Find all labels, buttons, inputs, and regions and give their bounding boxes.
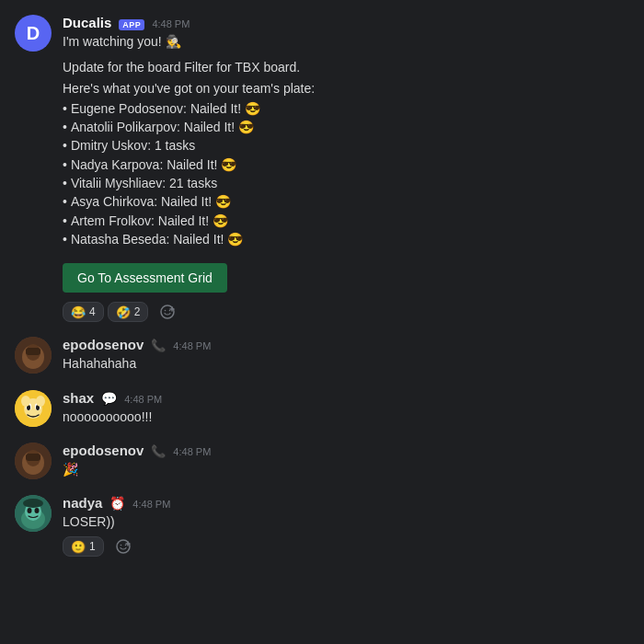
reaction-count-rofl: 2 (134, 305, 141, 318)
reaction-laugh[interactable]: 😂 4 (63, 302, 104, 322)
reactions-nadya: 🙂 1 (63, 536, 629, 557)
avatar-face-icon-1 (15, 337, 52, 374)
avatar-face-icon-2 (15, 443, 52, 479)
epodosenov1-text: Hahahahaha (63, 354, 629, 373)
username-ducalis: Ducalis (63, 15, 111, 30)
svg-rect-10 (26, 348, 40, 355)
reaction-rofl[interactable]: 🤣 2 (108, 302, 149, 322)
epodosenov2-text: 🎉 (63, 460, 629, 478)
timestamp-shax: 4:48 PM (124, 394, 162, 405)
reaction-emoji-rofl: 🤣 (116, 305, 131, 319)
button-wrapper: Go To Assessment Grid (63, 256, 629, 296)
bullet-item-1: •Eugene Podosenov: Nailed It! 😎 (63, 99, 629, 118)
message-header-nadya: nadya ⏰ 4:48 PM (63, 495, 629, 511)
add-reaction-button-nadya[interactable] (108, 536, 139, 557)
svg-point-19 (36, 396, 45, 407)
timestamp-epodosenov2: 4:48 PM (173, 446, 211, 457)
message-content-shax: shax 💬 4:48 PM noooooooooo!!! (63, 390, 629, 428)
reaction-smile-nadya[interactable]: 🙂 1 (63, 536, 104, 557)
avatar-nadya (15, 495, 52, 532)
bullet-item-4: •Nadya Karpova: Nailed It! 😎 (63, 155, 629, 174)
username-epodosenov1: epodosenov (63, 337, 144, 352)
svg-point-2 (169, 310, 171, 312)
svg-point-1 (165, 310, 167, 312)
message-content-nadya: nadya ⏰ 4:48 PM LOSER)) 🙂 1 (63, 495, 629, 557)
svg-rect-25 (26, 454, 40, 461)
message-header-epodosenov1: epodosenov 📞 4:48 PM (63, 337, 629, 352)
ducalis-line-2: Update for the board Filter for TBX boar… (63, 58, 629, 76)
reactions-ducalis: 😂 4 🤣 2 (63, 302, 629, 322)
avatar-epodosenov2 (15, 443, 52, 479)
message-text-shax: noooooooooo!!! (63, 408, 629, 426)
add-reaction-button-ducalis[interactable] (152, 302, 183, 322)
app-badge: APP (119, 19, 144, 30)
avatar-shax (15, 390, 52, 427)
shax-text: noooooooooo!!! (63, 408, 629, 426)
svg-point-33 (120, 545, 121, 546)
add-reaction-icon-nadya (116, 539, 131, 554)
avatar-ducalis: D (15, 15, 52, 52)
timestamp-nadya: 4:48 PM (132, 499, 170, 510)
bullet-item-6: •Asya Chirkova: Nailed It! 😎 (63, 192, 629, 211)
phone-icon-2: 📞 (151, 444, 166, 458)
message-content-epodosenov1: epodosenov 📞 4:48 PM Hahahahaha (63, 337, 629, 374)
message-ducalis: D Ducalis APP 4:48 PM I'm watching you! … (15, 15, 629, 322)
reaction-count-smile: 1 (89, 540, 96, 553)
avatar-nadya-icon (15, 495, 52, 532)
message-text-ducalis: I'm watching you! 🕵️ Update for the boar… (63, 32, 629, 296)
svg-point-30 (35, 508, 40, 513)
message-epodosenov2: epodosenov 📞 4:48 PM 🎉 (15, 443, 629, 480)
message-content-epodosenov2: epodosenov 📞 4:48 PM 🎉 (63, 443, 629, 480)
svg-point-18 (21, 396, 30, 407)
ducalis-line-3: Here's what you've got on your team's pl… (63, 79, 629, 98)
bullet-item-3: •Dmitry Uskov: 1 tasks (63, 136, 629, 155)
message-text-epodosenov2: 🎉 (63, 460, 629, 478)
timestamp-ducalis: 4:48 PM (152, 18, 190, 29)
svg-point-34 (124, 545, 126, 546)
avatar-epodosenov1 (15, 337, 52, 374)
username-shax: shax (63, 390, 94, 406)
reaction-emoji-laugh: 😂 (71, 305, 86, 319)
message-epodosenov1: epodosenov 📞 4:48 PM Hahahahaha (15, 337, 629, 374)
reaction-count-laugh: 4 (89, 305, 96, 318)
message-header-shax: shax 💬 4:48 PM (63, 390, 629, 406)
bullet-item-7: •Artem Frolkov: Nailed It! 😎 (63, 212, 629, 230)
message-nadya: nadya ⏰ 4:48 PM LOSER)) 🙂 1 (15, 495, 629, 557)
message-text-nadya: LOSER)) (63, 512, 629, 531)
messages-container: D Ducalis APP 4:48 PM I'm watching you! … (0, 0, 644, 557)
message-content-ducalis: Ducalis APP 4:48 PM I'm watching you! 🕵️… (63, 15, 629, 322)
timestamp-epodosenov1: 4:48 PM (173, 340, 211, 351)
message-shax: shax 💬 4:48 PM noooooooooo!!! (15, 390, 629, 428)
assessment-grid-button[interactable]: Go To Assessment Grid (63, 263, 227, 293)
badge-emoji-nadya: ⏰ (109, 496, 125, 511)
bullet-item-5: •Vitalii Myshliaev: 21 tasks (63, 174, 629, 192)
svg-point-29 (28, 508, 32, 513)
ducalis-line-1: I'm watching you! 🕵️ (63, 32, 629, 51)
add-reaction-icon (160, 305, 175, 319)
bullet-list: •Eugene Podosenov: Nailed It! 😎 •Anatoli… (63, 99, 629, 248)
bullet-item-8: •Natasha Beseda: Nailed It! 😎 (63, 230, 629, 248)
message-header-ducalis: Ducalis APP 4:48 PM (63, 15, 629, 30)
nadya-text: LOSER)) (63, 512, 629, 531)
phone-icon-1: 📞 (151, 339, 166, 352)
avatar-shax-icon (15, 390, 52, 427)
username-epodosenov2: epodosenov (63, 443, 144, 458)
badge-emoji-shax: 💬 (101, 391, 117, 406)
message-text-epodosenov1: Hahahahaha (63, 354, 629, 373)
username-nadya: nadya (63, 495, 102, 511)
bullet-item-2: •Anatolii Polikarpov: Nailed It! 😎 (63, 118, 629, 136)
reaction-emoji-smile: 🙂 (71, 540, 86, 554)
message-header-epodosenov2: epodosenov 📞 4:48 PM (63, 443, 629, 458)
